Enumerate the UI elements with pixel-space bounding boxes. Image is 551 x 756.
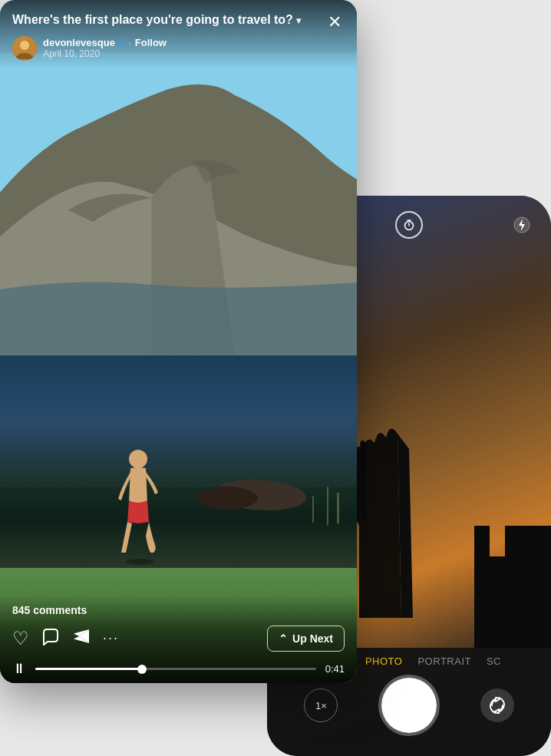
comments-count[interactable]: 845 comments [0,595,357,622]
more-options-button[interactable]: ··· [103,630,119,646]
story-video [0,0,357,683]
progress-thumb[interactable] [137,665,147,674]
user-meta: devonlevesque ● · Follow April 10, 2020 [43,37,167,59]
verified-badge-icon: ● [119,38,124,48]
up-next-label: Up Next [292,632,333,645]
follow-button[interactable]: Follow [135,37,167,48]
camera-mode-sc[interactable]: SC [487,655,501,667]
up-next-button[interactable]: ⌃ Up Next [267,626,345,652]
svg-point-10 [20,41,29,50]
camera-controls-row: 1× [267,678,551,733]
svg-point-7 [129,450,147,468]
progress-track[interactable] [35,668,316,670]
video-progress-bar: ⏸ 0:41 [0,661,357,683]
instagram-story-card: Where's the first place you're going to … [0,0,357,683]
camera-mode-portrait[interactable]: PORTRAIT [417,655,471,667]
camera-timer-icon[interactable] [395,211,423,239]
close-button[interactable]: ✕ [323,11,346,34]
avatar[interactable] [12,36,37,61]
shutter-button[interactable] [381,678,437,733]
story-user-row: devonlevesque ● · Follow April 10, 2020 [12,36,345,61]
username[interactable]: devonlevesque [43,37,115,48]
story-bottom-overlay: 845 comments ♡ ··· ⌃ Up Next [0,595,357,683]
story-title: Where's the first place you're going to … [12,12,345,28]
up-next-chevron-icon: ⌃ [279,632,288,645]
camera-mode-photo[interactable]: PHOTO [365,655,403,667]
mountain-shape [0,53,357,355]
post-date: April 10, 2020 [43,48,167,59]
camera-flash-icon[interactable] [508,211,536,239]
story-header: Where's the first place you're going to … [0,0,357,68]
progress-fill [35,668,142,670]
pause-button[interactable]: ⏸ [12,661,26,677]
action-bar: ♡ ··· ⌃ Up Next [0,622,357,661]
time-display: 0:41 [325,663,345,675]
comment-button[interactable] [41,627,60,650]
dropdown-arrow-icon[interactable]: ▾ [296,15,301,26]
like-button[interactable]: ♡ [12,628,29,649]
share-button[interactable] [72,627,91,650]
zoom-indicator[interactable]: 1× [304,688,338,722]
separator: · [128,37,131,48]
svg-point-8 [126,559,153,565]
flip-camera-button[interactable] [480,688,514,722]
person-silhouette [107,445,169,568]
